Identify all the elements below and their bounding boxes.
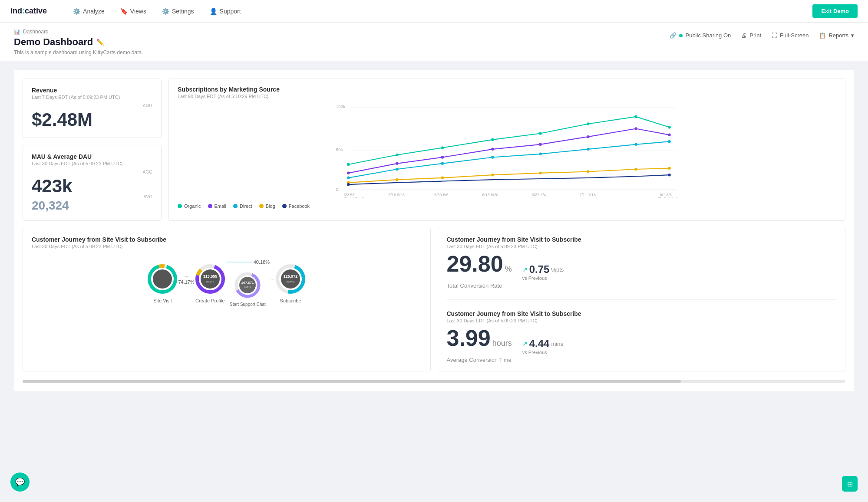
- support-icon: 👤: [210, 8, 217, 15]
- print-icon: 🖨: [741, 32, 747, 39]
- facebook-color: [282, 204, 287, 208]
- support-chat-donut: 107,671 users: [234, 272, 261, 299]
- conversion-time-block: Customer Journey from Site Visit to Subs…: [447, 310, 837, 363]
- svg-text:313,555: 313,555: [203, 274, 217, 279]
- mau-value: 423k: [32, 176, 152, 196]
- subscribe-label: Subscribe: [280, 298, 301, 303]
- site-visit-donut: 422,733 users: [147, 263, 178, 295]
- nav-support[interactable]: 👤 Support: [210, 8, 241, 15]
- print-button[interactable]: 🖨 Print: [741, 32, 761, 39]
- svg-text:5/30-6/6: 5/30-6/6: [434, 193, 448, 197]
- svg-point-38: [347, 183, 350, 186]
- svg-text:125,972: 125,972: [284, 274, 298, 279]
- breadcrumb: 📊 Dashboard: [14, 29, 143, 35]
- conversion-time-delta-row: ↗ 4.44 mins: [522, 338, 563, 350]
- funnel-branch: 40.18% 107,671 users Start Support: [226, 259, 270, 307]
- create-profile-label: Create Profile: [195, 298, 224, 303]
- svg-point-31: [396, 178, 399, 181]
- metrics-divider: [447, 299, 837, 300]
- conversion-time-value: 3.99: [447, 327, 491, 349]
- dashboard-container: Revenue Last 7 Days EDT (As of 5:09:23 P…: [14, 70, 854, 391]
- logo[interactable]: ind:cative: [10, 7, 47, 16]
- conversion-rate-value: 29.80: [447, 253, 503, 275]
- svg-point-54: [153, 269, 172, 289]
- conversion-rate-block: Customer Journey from Site Visit to Subs…: [447, 236, 837, 289]
- funnel-pct-1: 74.17%: [178, 279, 194, 285]
- sharing-active-dot: [679, 34, 683, 37]
- svg-text:(Partial Week): (Partial Week): [343, 197, 365, 198]
- conversion-rate-arrow-icon: ↗: [522, 266, 528, 273]
- legend-email: Email: [208, 203, 227, 209]
- funnel-step-create-profile: 313,555 users Create Profile: [195, 263, 226, 303]
- conversion-rate-desc: Total Conversion Rate: [447, 282, 837, 289]
- svg-point-27: [587, 148, 590, 151]
- nav-views[interactable]: 🔖 Views: [120, 8, 146, 15]
- main-content: Revenue Last 7 Days EDT (As of 5:09:23 P…: [0, 61, 868, 400]
- svg-text:6/27-7/4: 6/27-7/4: [532, 193, 546, 197]
- page-title: Demo Dashboard ✏️: [14, 36, 143, 48]
- bottom-grid: Customer Journey from Site Visit to Subs…: [23, 228, 845, 371]
- svg-point-9: [491, 138, 494, 141]
- svg-text:5/16-5/23: 5/16-5/23: [389, 193, 405, 197]
- email-label: Email: [215, 203, 227, 209]
- breadcrumb-label: Dashboard: [23, 29, 49, 35]
- conversion-rate-row: 29.80 % ↗ 0.75 %pts vs Previous: [447, 253, 837, 281]
- public-sharing-button[interactable]: 🔗 Public Sharing On: [670, 32, 731, 39]
- mau-agg-label: AGG: [143, 170, 152, 174]
- conversion-rate-delta-row: ↗ 0.75 %pts: [522, 263, 564, 276]
- svg-point-10: [539, 132, 542, 135]
- organic-color: [178, 204, 182, 208]
- funnel-visual: 422,733 users Site Visit → 74.17%: [32, 259, 422, 307]
- top-grid: Revenue Last 7 Days EDT (As of 5:09:23 P…: [23, 79, 845, 221]
- support-chat-label: Start Support Chat: [230, 302, 266, 307]
- legend-organic: Organic: [178, 203, 201, 209]
- exit-demo-button[interactable]: Exit Demo: [812, 4, 858, 18]
- conversion-rate-title: Customer Journey from Site Visit to Subs…: [447, 236, 837, 243]
- conversion-rate-delta-unit: %pts: [551, 266, 564, 273]
- site-visit-label: Site Visit: [153, 298, 172, 303]
- funnel-pct-subscribe: 40.18%: [254, 259, 270, 265]
- svg-point-22: [347, 177, 350, 180]
- left-cards: Revenue Last 7 Days EDT (As of 5:09:23 P…: [23, 79, 162, 221]
- reports-button[interactable]: 📋 Reports ▾: [819, 32, 854, 39]
- direct-color: [233, 204, 238, 208]
- svg-point-7: [396, 154, 399, 157]
- funnel-subtitle: Last 30 Days EDT (As of 5:09:23 PM UTC): [32, 244, 422, 249]
- revenue-value: $2.48M: [32, 110, 152, 130]
- nav-analyze-label: Analyze: [83, 8, 105, 15]
- svg-point-19: [587, 135, 590, 138]
- edit-icon[interactable]: ✏️: [96, 39, 104, 46]
- navbar: ind:cative ⚙️ Analyze 🔖 Views ⚙️ Setting…: [0, 0, 868, 23]
- funnel-title: Customer Journey from Site Visit to Subs…: [32, 236, 422, 243]
- conversion-time-title: Customer Journey from Site Visit to Subs…: [447, 310, 837, 317]
- mau-avg-label: AVG: [144, 194, 152, 199]
- conversion-time-desc: Average Conversion Time: [447, 357, 837, 363]
- scroll-thumb: [23, 380, 681, 383]
- svg-text:users: users: [206, 279, 215, 283]
- public-sharing-label: Public Sharing On: [685, 32, 731, 39]
- conversion-time-delta-unit: mins: [551, 341, 563, 347]
- reports-label: Reports: [828, 32, 848, 39]
- svg-point-28: [634, 143, 637, 146]
- fullscreen-button[interactable]: ⛶ Full-Screen: [772, 32, 809, 39]
- nav-support-label: Support: [220, 8, 241, 15]
- svg-text:7/11-7/18: 7/11-7/18: [580, 193, 596, 197]
- blog-color: [259, 204, 264, 208]
- legend-facebook: Facebook: [282, 203, 310, 209]
- conversion-rate-subtitle: Last 30 Days EDT (As of 5:09:23 PM UTC): [447, 244, 837, 249]
- nav-analyze[interactable]: ⚙️ Analyze: [73, 8, 105, 15]
- page-header-left: 📊 Dashboard Demo Dashboard ✏️ This is a …: [14, 29, 143, 56]
- print-label: Print: [749, 32, 761, 39]
- page-title-text: Demo Dashboard: [14, 36, 93, 48]
- svg-point-32: [441, 177, 444, 180]
- conversion-time-subtitle: Last 30 Days EDT (As of 5:09:23 PM UTC): [447, 318, 837, 323]
- analyze-icon: ⚙️: [73, 8, 80, 15]
- nav-settings[interactable]: ⚙️ Settings: [162, 8, 194, 15]
- funnel-arrow-2: →: [270, 276, 275, 291]
- svg-point-35: [587, 170, 590, 173]
- svg-point-15: [396, 162, 399, 165]
- svg-point-68: [281, 269, 300, 289]
- svg-point-14: [347, 172, 350, 175]
- conversion-time-delta: ↗ 4.44 mins vs Previous: [522, 338, 563, 355]
- funnel-branch-upper: 40.18%: [226, 259, 270, 265]
